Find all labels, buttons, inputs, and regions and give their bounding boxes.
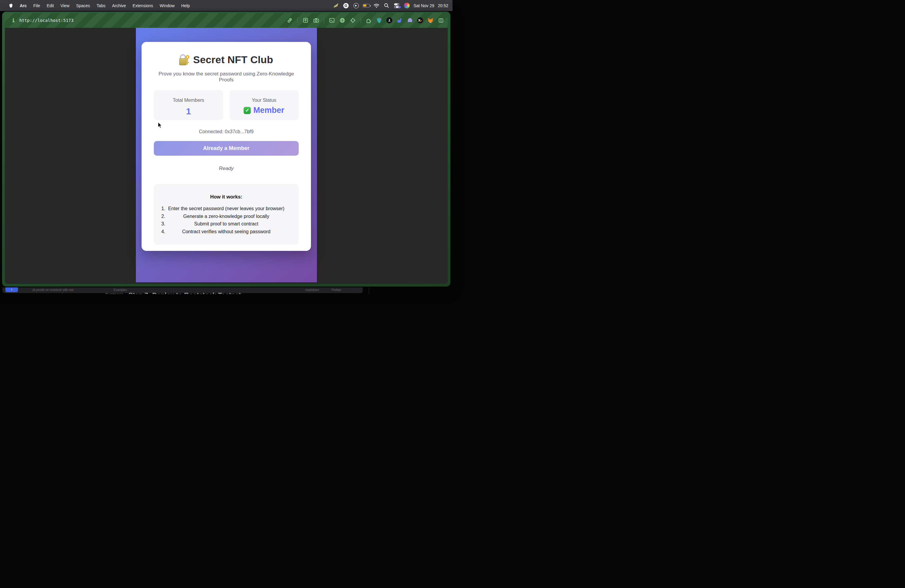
apple-logo-icon — [9, 3, 13, 8]
control-center-toggles — [394, 3, 399, 8]
siri-icon[interactable] — [403, 2, 411, 9]
connected-address: Connected: 0x37cb...7bf9 — [154, 129, 298, 134]
stats-row: Total Members 1 Your Status ✓ Member — [154, 90, 298, 120]
menu-extensions[interactable]: Extensions — [129, 0, 156, 11]
url-text[interactable]: http://localhost:5173 — [19, 18, 74, 23]
menu-arc[interactable]: Arc — [16, 0, 30, 11]
menubar-menus: Arc File Edit View Spaces Tabs Archive E… — [0, 0, 193, 11]
url-bar[interactable]: i http://localhost:5173 — [8, 17, 74, 23]
menu-archive[interactable]: Archive — [109, 0, 129, 11]
background-sidebar-item[interactable]: Symbiosis — [105, 292, 123, 294]
step-text: Generate a zero-knowledge proof locally — [183, 214, 269, 219]
already-member-button[interactable]: Already a Member — [154, 141, 298, 156]
background-window-strip: 7 zk-proofs on rootstock with noir Examp… — [0, 286, 452, 294]
script-l-icon[interactable]: L — [386, 17, 392, 23]
step-number: 4. — [161, 228, 165, 236]
camera-icon[interactable] — [313, 17, 319, 24]
status-text: Ready — [154, 165, 298, 172]
lock-emoji-icon — [179, 54, 189, 65]
rabbit-wallet-icon[interactable] — [396, 17, 403, 24]
step-text: Submit proof to smart contract — [194, 221, 258, 226]
menu-file[interactable]: File — [30, 0, 43, 11]
how-step-3: 3. Submit proof to smart contract — [154, 220, 298, 228]
battery-icon[interactable] — [363, 2, 370, 9]
page-subtitle: Prove you know the secret password using… — [154, 71, 298, 83]
metamask-fox-icon[interactable] — [427, 17, 433, 24]
menu-spaces[interactable]: Spaces — [73, 0, 94, 11]
how-it-works-heading: How it works: — [154, 194, 298, 200]
globe-icon[interactable] — [339, 17, 346, 24]
tab-count-badge[interactable]: 7 — [5, 288, 18, 292]
grammarly-letter: G — [343, 3, 349, 8]
menubar-status-area: G ▶ — [332, 2, 452, 9]
arc-browser-window: i http://localhost:5173 — [2, 12, 450, 286]
extensions-puzzle-icon[interactable] — [365, 17, 372, 24]
menubar-clock[interactable]: Sat Nov 29 20:52 — [414, 3, 448, 8]
play-triangle: ▶ — [353, 3, 359, 8]
how-step-1: 1. Enter the secret password (never leav… — [154, 205, 298, 213]
toolbar-actions: L X▲ — [286, 17, 444, 24]
step-number: 3. — [161, 220, 165, 228]
siri-orb — [404, 3, 410, 8]
how-step-2: 2. Generate a zero-knowledge proof local… — [154, 213, 298, 220]
total-members-label: Total Members — [154, 98, 223, 103]
how-it-works-panel: How it works: 1. Enter the secret passwo… — [154, 184, 298, 245]
step-number: 2. — [161, 213, 165, 220]
total-members-box: Total Members 1 — [154, 90, 223, 120]
background-markdown-label[interactable]: markdown — [305, 288, 319, 292]
step-text: Contract verifies without seeing passwor… — [182, 229, 270, 234]
your-status-box: Your Status ✓ Member — [230, 90, 299, 120]
clock-date: Sat Nov 29 — [414, 3, 434, 8]
menu-view[interactable]: View — [57, 0, 73, 11]
browser-toolbar: i http://localhost:5173 — [5, 13, 448, 28]
background-doc-row: Symbiosis Step 7: Deploy to Rootstock Te… — [0, 292, 452, 294]
toolbar-divider — [360, 17, 361, 23]
menu-help[interactable]: Help — [178, 0, 193, 11]
background-doc-heading: Step 7: Deploy to Rootstock Testnet — [129, 291, 241, 294]
link-icon[interactable] — [286, 17, 293, 24]
step-text: Enter the secret password (never leaves … — [168, 206, 284, 211]
background-tab-title[interactable]: zk-proofs on rootstock with noir — [32, 288, 74, 292]
macos-menubar: Arc File Edit View Spaces Tabs Archive E… — [0, 0, 452, 11]
grammarly-icon[interactable]: G — [342, 2, 349, 9]
how-it-works-list: 1. Enter the secret password (never leav… — [154, 205, 298, 235]
control-center-icon[interactable] — [393, 2, 400, 9]
page-content: Secret NFT Club Prove you know the secre… — [5, 28, 448, 284]
secret-nft-club-card: Secret NFT Club Prove you know the secre… — [141, 42, 311, 251]
target-icon[interactable] — [349, 17, 356, 24]
x-app-icon[interactable]: X▲ — [417, 17, 423, 23]
stocks-chart-icon[interactable] — [332, 2, 340, 9]
check-emoji-icon: ✓ — [244, 107, 251, 114]
media-icon[interactable] — [302, 17, 309, 24]
menu-edit[interactable]: Edit — [43, 0, 57, 11]
how-step-4: 4. Contract verifies without seeing pass… — [154, 228, 298, 236]
site-info-icon[interactable]: i — [12, 17, 15, 23]
page-title-text: Secret NFT Club — [193, 54, 273, 65]
toolbar-divider — [297, 17, 298, 23]
member-status-text: Member — [253, 106, 284, 115]
clock-time: 20:52 — [438, 3, 448, 8]
phantom-ghost-icon[interactable] — [407, 17, 413, 24]
desktop-screen: Arc File Edit View Spaces Tabs Archive E… — [0, 0, 452, 294]
your-status-label: Your Status — [230, 98, 299, 103]
apple-menu[interactable] — [5, 0, 16, 11]
page-title: Secret NFT Club — [154, 54, 298, 65]
total-members-value: 1 — [154, 106, 223, 116]
play-icon[interactable]: ▶ — [352, 2, 360, 9]
search-icon[interactable] — [383, 2, 390, 9]
split-view-icon[interactable] — [438, 17, 444, 24]
wifi-icon[interactable] — [373, 2, 380, 9]
adguard-shield-icon[interactable] — [376, 17, 383, 24]
menu-window[interactable]: Window — [157, 0, 178, 11]
step-number: 1. — [161, 205, 165, 213]
menu-tabs[interactable]: Tabs — [94, 0, 109, 11]
terminal-icon[interactable] — [329, 17, 335, 24]
background-prettier-label[interactable]: Prettier — [332, 288, 341, 292]
gradient-background: Secret NFT Club Prove you know the secre… — [136, 28, 317, 282]
battery-body — [363, 4, 370, 8]
background-examples-label[interactable]: Examples — [114, 288, 127, 292]
